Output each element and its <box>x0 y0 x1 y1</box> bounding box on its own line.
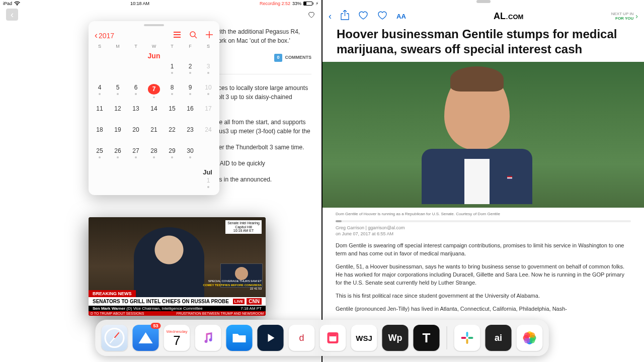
app-safari[interactable] <box>102 325 128 351</box>
paper-plane-icon <box>139 332 153 343</box>
reader-back-button[interactable]: ‹ <box>329 11 332 22</box>
pip-ticker-right: FRUSTRATION BETWEEN TRUMP AND NEWSROOM <box>177 312 264 315</box>
dislike-icon[interactable] <box>377 11 387 22</box>
battery-pct: 33% <box>292 1 301 6</box>
calendar-add-icon[interactable] <box>205 31 213 41</box>
pip-location-tag: Senate Intel Hearing Capitol Hill 10:18 … <box>225 220 262 234</box>
svg-rect-9 <box>330 334 337 336</box>
calendar-day[interactable]: 23 <box>181 126 199 140</box>
next-story-button[interactable]: NEXT UP IN FOR YOU › <box>611 12 638 21</box>
status-time: 10:18 AM <box>130 1 149 6</box>
calendar-day[interactable]: 14 <box>145 105 163 119</box>
pip-speaker-name: Sen Mark Warner <box>93 306 125 311</box>
reading-progress <box>336 220 631 222</box>
dock: 53 Wednesday 7 d WSJ Wp T ai <box>96 320 549 356</box>
calendar-year-label: 2017 <box>99 32 114 40</box>
folder-icon <box>232 332 247 344</box>
share-icon[interactable] <box>341 10 349 23</box>
calendar-day[interactable]: 3 <box>199 63 217 77</box>
multitasking-grabber[interactable] <box>476 0 491 3</box>
calendar-day[interactable]: 24 <box>199 126 217 140</box>
calendar-day[interactable]: 12 <box>109 105 127 119</box>
comments-button[interactable]: 0 COMMENTS <box>274 54 311 62</box>
calendar-day[interactable]: 2 <box>181 63 199 77</box>
picture-in-picture[interactable]: Senate Intel Hearing Capitol Hill 10:18 … <box>89 217 266 316</box>
app-video[interactable] <box>258 325 284 351</box>
pip-network-logo: CNN <box>247 298 262 305</box>
calendar-day[interactable]: 8 <box>163 84 181 98</box>
wifi-icon <box>14 1 20 6</box>
article-byline: Greg Garrison | ggarrison@al.com on June… <box>323 225 644 242</box>
battery-icon <box>303 2 313 6</box>
popover-grabber[interactable] <box>144 24 164 26</box>
calendar-day[interactable]: 21 <box>145 126 163 140</box>
calendar-search-icon[interactable] <box>189 31 197 41</box>
article-body[interactable]: Dom Gentile is swearing off special inte… <box>323 242 644 318</box>
app-news[interactable] <box>320 325 346 351</box>
calendar-day[interactable]: 1 <box>163 63 181 77</box>
text-size-icon[interactable]: AA <box>396 13 406 20</box>
svg-rect-0 <box>174 32 181 33</box>
calendar-day[interactable]: 28 <box>145 147 163 161</box>
calendar-day[interactable]: 10 <box>199 84 217 98</box>
calendar-day[interactable]: 16 <box>181 105 199 119</box>
article-body-p: This is his first political race since s… <box>336 292 631 300</box>
app-ai[interactable]: ai <box>486 325 512 351</box>
calendar-day <box>127 63 145 77</box>
app-slack[interactable] <box>454 325 480 351</box>
calendar-day[interactable]: 19 <box>109 126 127 140</box>
calendar-day[interactable]: 25 <box>91 147 109 161</box>
calendar-day[interactable]: 30 <box>181 147 199 161</box>
calendar-list-icon[interactable] <box>173 31 181 41</box>
calendar-day[interactable]: 11 <box>91 105 109 119</box>
favorite-icon[interactable] <box>307 11 315 19</box>
hero-caption: Dom Gentile of Hoover is running as a Re… <box>323 208 644 218</box>
calendar-day[interactable]: 7 <box>145 84 163 98</box>
like-icon[interactable] <box>358 11 368 22</box>
calendar-day <box>109 63 127 77</box>
article-body-p: Gentile, 51, a Hoover businessman, says … <box>336 263 631 287</box>
app-nyt[interactable]: T <box>414 325 440 351</box>
calendar-day[interactable]: 15 <box>163 105 181 119</box>
status-bar: iPad 10:18 AM Recording 2:52 33% ⚡︎ <box>0 0 321 7</box>
app-wsj[interactable]: WSJ <box>351 325 377 351</box>
article-back-button[interactable]: ‹ <box>6 9 18 21</box>
right-app: ‹ AA AL.COM NEXT UP IN FOR YOU <box>323 0 644 362</box>
svg-rect-12 <box>466 339 468 344</box>
calendar-day[interactable]: 29 <box>163 147 181 161</box>
calendar-day[interactable]: 27 <box>127 147 145 161</box>
chevron-right-icon: › <box>635 13 638 20</box>
calendar-back-year[interactable]: ‹ 2017 <box>95 30 114 41</box>
calendar-day[interactable]: 9 <box>181 84 199 98</box>
app-files[interactable] <box>226 325 253 351</box>
pip-live-badge: LIVE <box>233 299 245 304</box>
app-d[interactable]: d <box>289 325 315 351</box>
left-body: ‹ desktop RAID storage systems with the … <box>0 7 321 362</box>
calendar-day[interactable]: 26 <box>109 147 127 161</box>
calendar-next-month-label: Jul <box>89 164 219 177</box>
article-hero-image <box>323 62 644 208</box>
pip-chyron-text: SENATORS TO GRILL INTEL CHIEFS ON RUSSIA… <box>93 299 229 304</box>
app-calendar[interactable]: Wednesday 7 <box>164 325 190 351</box>
svg-rect-10 <box>466 332 468 337</box>
app-photos[interactable] <box>517 325 543 351</box>
calendar-day[interactable]: 22 <box>163 126 181 140</box>
calendar-day[interactable]: 4 <box>91 84 109 98</box>
photos-icon <box>522 330 538 346</box>
app-wapo[interactable]: Wp <box>382 325 409 351</box>
calendar-day[interactable]: 6 <box>127 84 145 98</box>
calendar-day[interactable]: 13 <box>127 105 145 119</box>
calendar-month-label: Jun <box>89 50 219 63</box>
calendar-popover[interactable]: ‹ 2017 SMTWTFS <box>89 21 219 195</box>
calendar-day[interactable]: 5 <box>109 84 127 98</box>
calendar-day[interactable]: 18 <box>91 126 109 140</box>
app-music[interactable] <box>195 325 221 351</box>
calendar-day <box>145 63 163 77</box>
calendar-day <box>91 63 109 77</box>
comments-count: 0 <box>274 54 282 62</box>
article-headline: Hoover businessman Gentile stumps for me… <box>323 26 644 62</box>
app-mail[interactable]: 53 <box>133 325 159 351</box>
calendar-day[interactable]: 1 <box>199 177 217 191</box>
calendar-day[interactable]: 20 <box>127 126 145 140</box>
calendar-day[interactable]: 17 <box>199 105 217 119</box>
